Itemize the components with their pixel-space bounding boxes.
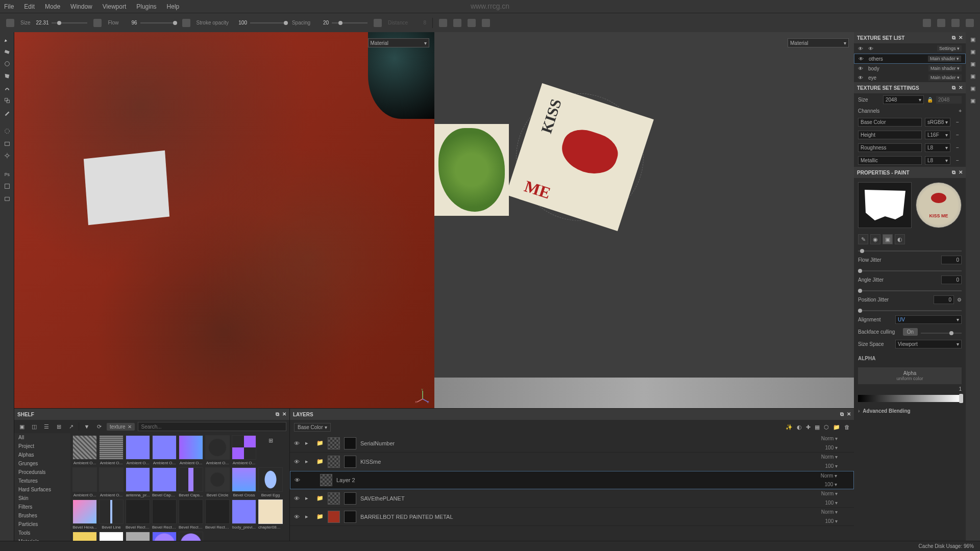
prop-tab-stencil[interactable]: ▣ [883, 234, 893, 244]
ts-visibility-icon[interactable]: 👁 [858, 66, 865, 71]
projection-tool-icon[interactable] [2, 59, 12, 69]
texture-set-item[interactable]: 👁 eye Main shader ▾ [854, 73, 966, 82]
prop-tab-brush[interactable]: ✎ [858, 234, 868, 244]
folder-toggle-icon[interactable]: ▸ [305, 513, 312, 520]
menu-edit[interactable]: Edit [24, 3, 35, 10]
flow-value[interactable]: 96 [122, 20, 137, 26]
shelf-close-icon[interactable]: ✕ [282, 411, 286, 417]
ts-shader-dropdown[interactable]: Main shader ▾ [928, 65, 962, 71]
quick-mask-icon[interactable] [2, 126, 12, 136]
tss-add-channel-icon[interactable]: + [959, 108, 962, 114]
backface-toggle[interactable]: On [903, 328, 918, 336]
shelf-view2-icon[interactable]: ☰ [42, 422, 51, 431]
size-value[interactable]: 22.31 [33, 20, 48, 26]
layer-name[interactable]: Layer 2 [336, 477, 849, 483]
layers-undock-icon[interactable]: ⧉ [840, 411, 844, 417]
shelf-item[interactable]: chapter08_... [99, 532, 124, 541]
layers-add-layer-icon[interactable]: ✚ [806, 424, 811, 431]
layer-opacity[interactable]: 100 ▾ [825, 518, 838, 524]
shelf-item[interactable]: chapter08_s... [126, 532, 150, 541]
perspective-icon[interactable] [923, 19, 931, 27]
camera-icon[interactable] [951, 19, 960, 27]
shelf-filter-icon[interactable]: ▼ [82, 422, 91, 431]
shelf-undock-icon[interactable]: ⧉ [276, 411, 279, 417]
layer-row[interactable]: 👁 Layer 2 Norm ▾ 100 ▾ [290, 471, 854, 489]
layer-thumb[interactable] [328, 511, 340, 523]
channel-format-dropdown[interactable]: L16F▾ [925, 131, 950, 139]
shelf-export-icon[interactable]: ↗ [66, 422, 76, 431]
layer-blend-mode[interactable]: Norm ▾ [821, 473, 837, 479]
viewport-2d-material-dropdown[interactable]: Material▾ [788, 38, 849, 47]
resource-icon[interactable] [2, 193, 12, 204]
tss-undock-icon[interactable]: ⧉ [952, 85, 955, 91]
shelf-cat-procedurals[interactable]: Procedurals [14, 468, 70, 477]
axis-gizmo[interactable]: Y X Z [415, 389, 430, 404]
tsl-settings-dropdown[interactable]: Settings ▾ [937, 45, 962, 52]
layer-row[interactable]: 👁 ▸📁 SerialNumber Norm ▾ 100 ▾ [290, 434, 854, 453]
texture-set-item[interactable]: 👁 others Main shader ▾ [854, 54, 966, 64]
mirror-icon[interactable] [453, 19, 461, 27]
rstrip-icon-3[interactable]: ▣ [968, 59, 978, 69]
position-jitter-slider[interactable] [858, 310, 962, 311]
layer-row[interactable]: 👁 ▸📁 BARRELBOT RED PAINTED METAL Norm ▾ … [290, 508, 854, 526]
shelf-cat-all[interactable]: All [14, 433, 70, 442]
menu-plugins[interactable]: Plugins [136, 3, 156, 10]
symmetry-icon[interactable] [439, 19, 447, 27]
layer-opacity[interactable]: 100 ▾ [825, 500, 838, 506]
prop-tab-material[interactable]: ◐ [895, 234, 905, 244]
menu-help[interactable]: Help [167, 3, 180, 10]
shelf-cat-grunges[interactable]: Grunges [14, 459, 70, 468]
tss-size-dropdown[interactable]: 2048▾ [883, 95, 924, 104]
prop-main-slider[interactable] [858, 251, 962, 252]
viewport-2d[interactable]: Material▾ KISS ME [434, 32, 854, 408]
tsl-showall-icon[interactable]: 👁 [858, 46, 865, 52]
alignment-dropdown[interactable]: UV▾ [895, 315, 962, 324]
layers-add-fill-icon[interactable]: ▦ [815, 424, 820, 431]
layer-name[interactable]: KISSme [360, 459, 850, 465]
shelf-item[interactable]: Ambient O... [99, 435, 124, 465]
layer-opacity[interactable]: 100 ▾ [825, 445, 838, 450]
shelf-cat-brushes[interactable]: Brushes [14, 511, 70, 520]
material-picker-icon[interactable] [2, 108, 12, 118]
channel-name-dropdown[interactable]: Height [858, 131, 922, 139]
layer-blend-mode[interactable]: Norm ▾ [821, 454, 838, 460]
layer-mask-thumb[interactable] [344, 511, 356, 523]
ts-visibility-icon[interactable]: 👁 [859, 56, 866, 62]
layer-blend-mode[interactable]: Norm ▾ [821, 491, 838, 496]
layer-visibility-icon[interactable]: 👁 [294, 495, 301, 502]
size-slider[interactable] [52, 22, 87, 23]
shelf-cat-materials[interactable]: Materials [14, 537, 70, 541]
layer-mask-thumb[interactable] [344, 456, 356, 468]
shelf-cat-skin[interactable]: Skin [14, 494, 70, 503]
folder-toggle-icon[interactable]: ▸ [305, 440, 312, 446]
layer-thumb[interactable] [328, 492, 340, 505]
alpha-preview[interactable] [858, 182, 912, 228]
shelf-item[interactable]: body_previ... [232, 499, 256, 530]
flow-jitter-value[interactable]: 0 [941, 256, 962, 264]
menu-window[interactable]: Window [70, 3, 92, 10]
opacity-slider[interactable] [250, 22, 286, 23]
props-close-icon[interactable]: ✕ [959, 169, 963, 176]
prop-tab-alpha[interactable]: ◉ [870, 234, 880, 244]
shelf-cat-alphas[interactable]: Alphas [14, 450, 70, 459]
baking-icon[interactable] [2, 138, 12, 148]
ts-shader-dropdown[interactable]: Main shader ▾ [928, 74, 962, 81]
channel-name-dropdown[interactable]: Roughness [858, 143, 922, 152]
angle-jitter-value[interactable]: 0 [941, 276, 962, 284]
shelf-item[interactable]: chapter08_... [72, 532, 97, 541]
shelf-refresh-icon[interactable]: ⟳ [94, 422, 104, 431]
channel-format-dropdown[interactable]: sRGB8▾ [925, 118, 950, 127]
layer-row[interactable]: 👁 ▸📁 KISSme Norm ▾ 100 ▾ [290, 453, 854, 471]
folder-toggle-icon[interactable]: ▸ [305, 458, 312, 465]
clone-tool-icon[interactable] [2, 95, 12, 106]
tss-close-icon[interactable]: ✕ [959, 85, 963, 91]
stroke-icon[interactable] [482, 19, 490, 27]
spacing-slider[interactable] [332, 22, 368, 23]
eraser-tool-icon[interactable] [2, 46, 12, 57]
shelf-view3-icon[interactable]: ⊞ [54, 422, 63, 431]
layer-blend-mode[interactable]: Norm ▾ [821, 509, 838, 515]
shelf-item[interactable]: Bevel Capsule [152, 467, 177, 497]
flow-slider[interactable] [140, 22, 176, 23]
shelf-cat-filters[interactable]: Filters [14, 503, 70, 511]
rstrip-icon-4[interactable]: ▣ [968, 71, 978, 81]
